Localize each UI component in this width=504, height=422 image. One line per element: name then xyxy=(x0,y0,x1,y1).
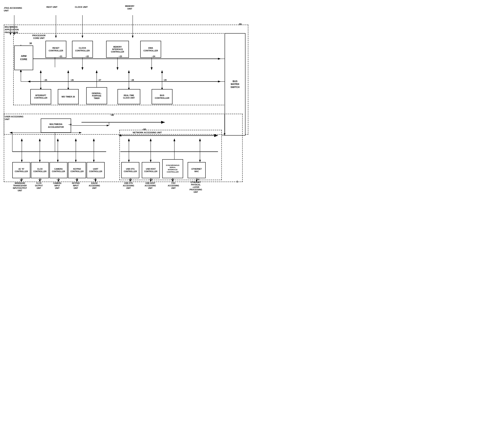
uart-controller-box: UARTCONTROLLER xyxy=(87,162,105,178)
memory-interface-box: MEMORYINTERFACECONTROLLER xyxy=(106,41,129,58)
wd-timer-box: WD TIMER 26 xyxy=(58,89,79,104)
ethernet-mac-box: ETHERNETMAC xyxy=(188,162,206,178)
network-accessing-label: NETWORK ACCESSING UNIT xyxy=(133,131,162,134)
usb-otg-controller-box: USB OTGCONTROLLER xyxy=(121,162,139,178)
memory-unit-label: MEMORYUNIT xyxy=(125,5,134,10)
camera-input-label: CAMERAINPUTUNIT xyxy=(49,182,66,189)
num52: ~52 xyxy=(149,178,153,181)
usb-host-controller-box: USB HOSTCONTROLLER xyxy=(142,162,160,178)
diagram: JTAG ACCESSINGUNIT REST UNIT CLOCK UNIT … xyxy=(0,0,252,211)
num50: ~50 xyxy=(142,128,146,131)
num51: ~51 xyxy=(128,178,132,181)
clcd-controller-box: CLCDCONTROLLER xyxy=(31,162,49,178)
keypad-controller-box: KEYPADCONTROLLER xyxy=(68,162,86,178)
num25: ~25 xyxy=(44,79,47,81)
num29: ~29 xyxy=(163,79,167,81)
num24: ~24 xyxy=(152,55,155,58)
num1: 1 xyxy=(237,180,238,183)
bus-controller-box: BUSCONTROLLER xyxy=(152,89,173,104)
multimedia-app-label: MULTIMEDIAAPPLICATIONPROCESSOR xyxy=(5,26,19,34)
ethernet-physical-label: ETHERNETPHYSICAL-LAYERPROCESSINGUNIT xyxy=(185,181,206,193)
clock-unit-label: CLOCK UNIT xyxy=(75,6,88,8)
keypad-input-label: KEYPADINPUTUNIT xyxy=(67,182,84,189)
dma-controller-box: DMACONTROLLER xyxy=(140,41,161,58)
general-purpose-timer-box: GENERAL-PURPOSETIMER xyxy=(86,87,107,104)
num26: ~26 xyxy=(70,79,74,81)
num41: ~41 xyxy=(68,123,72,126)
num28: ~28 xyxy=(130,79,134,81)
clcd-output-label: CLCDOUTPUTUNIT xyxy=(30,182,47,189)
user-accessing-label: USER ACCESSINGUNIT xyxy=(5,115,24,121)
sync-serial-box: SYNCHRONOUSSERIALINTERFACECONTROLLER xyxy=(162,159,183,178)
num42: ~42 xyxy=(19,178,23,181)
usb-otg-unit-label: USB OTGACCESSINGUNIT xyxy=(119,182,138,189)
eia232-label: EIA232ACCESSINGUNIT xyxy=(86,182,103,189)
clock-controller-box: CLOCKCONTROLLER xyxy=(72,41,93,58)
reset-controller-box: RESETCONTROLLER xyxy=(46,41,66,58)
num40: ~40 xyxy=(110,114,114,117)
num22: ~22 xyxy=(85,55,89,58)
real-time-clock-box: REAL-TIMECLOCK UNIT xyxy=(118,89,140,104)
rest-unit-label: REST UNIT xyxy=(46,6,57,8)
interrupt-controller-box: INTERRUPTCONTROLLER xyxy=(30,89,51,104)
processor-core-label: PROCESSORCORE UNIT xyxy=(32,34,46,40)
camera-controller-box: CAMERACONTROLLER xyxy=(49,162,67,178)
num27: ~27 xyxy=(98,79,101,81)
usb-host-unit-label: USB HOSTACCESSINGUNIT xyxy=(141,182,160,189)
num53: ~53 xyxy=(171,178,174,181)
ac97-controller-box: AC '97CONTROLLER xyxy=(12,162,30,178)
num23: ~23 xyxy=(119,55,122,58)
multimedia-accelerator-box: MULTIMEDIAACCELERATOR xyxy=(41,119,71,133)
fxo-label: FXOACCESSINGUNIT xyxy=(165,182,182,189)
num45: ~45 xyxy=(75,178,78,181)
num43: ~43 xyxy=(38,178,42,181)
num44: ~44 xyxy=(56,178,60,181)
num20: 20 xyxy=(239,23,241,26)
arm-core-box: ARMCORE xyxy=(14,46,33,70)
num46: ~46 xyxy=(93,178,97,181)
num30: 30 xyxy=(29,42,32,45)
jtag-label: JTAG ACCESSINGUNIT xyxy=(4,7,22,12)
wideband-label: WIDEBANDTRANSCEIVERINPUT/OUTPUTUNIT xyxy=(10,182,29,192)
num54: ~54 xyxy=(196,178,199,181)
num21: ~21 xyxy=(59,55,62,58)
